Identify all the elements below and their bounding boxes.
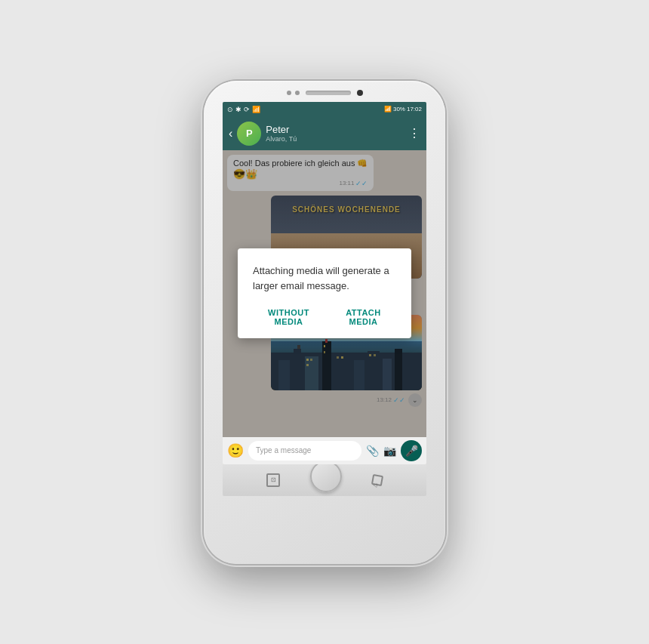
back-nav-button[interactable]: ◁ xyxy=(371,473,383,485)
input-bar: 🙂 Type a message 📎 📷 🎤 xyxy=(223,437,426,464)
mic-button[interactable]: 🎤 xyxy=(401,440,422,461)
phone-dot-1 xyxy=(287,91,291,95)
camera-button[interactable]: 📷 xyxy=(383,445,396,457)
chat-body: Cool! Das probiere ich gleich aus 👊 😎👑 1… xyxy=(223,150,426,437)
clock: 17:02 xyxy=(407,106,422,112)
attach-button[interactable]: 📎 xyxy=(366,445,379,457)
bluetooth-icon: ✱ xyxy=(235,106,241,113)
phone-top-bar xyxy=(204,81,445,96)
message-input[interactable]: Type a message xyxy=(248,441,361,461)
message-placeholder: Type a message xyxy=(256,446,311,454)
back-button[interactable]: ‹ xyxy=(229,127,232,140)
signal-strength: 📶 xyxy=(384,106,392,112)
sync-icon: ⟳ xyxy=(244,106,250,113)
phone-camera xyxy=(357,90,363,96)
home-button[interactable] xyxy=(310,461,342,492)
recent-apps-icon: ⊡ xyxy=(271,476,276,483)
contact-avatar: P xyxy=(237,122,261,146)
recent-apps-button[interactable]: ⊡ xyxy=(266,473,280,487)
attach-media-button[interactable]: ATTACH MEDIA xyxy=(331,305,396,329)
status-icons-left: ⊙ ✱ ⟳ 📶 xyxy=(227,106,260,113)
status-icons-right: 📶 30% 17:02 xyxy=(384,106,422,112)
dialog-buttons: WITHOUT MEDIA ATTACH MEDIA xyxy=(253,305,396,329)
phone-screen: ⊙ ✱ ⟳ 📶 📶 30% 17:02 ‹ P Peter Alvaro, Tú… xyxy=(223,102,426,464)
contact-name: Peter xyxy=(266,124,404,135)
battery-level: 30% xyxy=(393,106,405,112)
back-nav-icon: ◁ xyxy=(372,482,377,488)
without-media-button[interactable]: WITHOUT MEDIA xyxy=(253,305,324,329)
menu-button[interactable]: ⋮ xyxy=(408,126,420,140)
status-bar: ⊙ ✱ ⟳ 📶 📶 30% 17:02 xyxy=(223,102,426,117)
emoji-button[interactable]: 🙂 xyxy=(227,442,244,459)
dialog-message: Attaching media will generate a larger e… xyxy=(253,263,396,293)
chat-header-info: Peter Alvaro, Tú xyxy=(266,124,404,143)
phone-dot-2 xyxy=(295,91,300,95)
phone-device: ⊙ ✱ ⟳ 📶 📶 30% 17:02 ‹ P Peter Alvaro, Tú… xyxy=(204,81,445,564)
dialog-overlay: Attaching media will generate a larger e… xyxy=(223,150,426,437)
media-dialog: Attaching media will generate a larger e… xyxy=(238,248,411,338)
phone-bottom-nav: ⊡ ◁ xyxy=(223,464,426,496)
contact-subtitle: Alvaro, Tú xyxy=(266,135,404,143)
location-icon: ⊙ xyxy=(227,106,233,113)
phone-dots xyxy=(287,91,300,95)
wifi-icon: 📶 xyxy=(252,106,260,113)
phone-speaker xyxy=(306,91,351,95)
chat-header: ‹ P Peter Alvaro, Tú ⋮ xyxy=(223,117,426,150)
